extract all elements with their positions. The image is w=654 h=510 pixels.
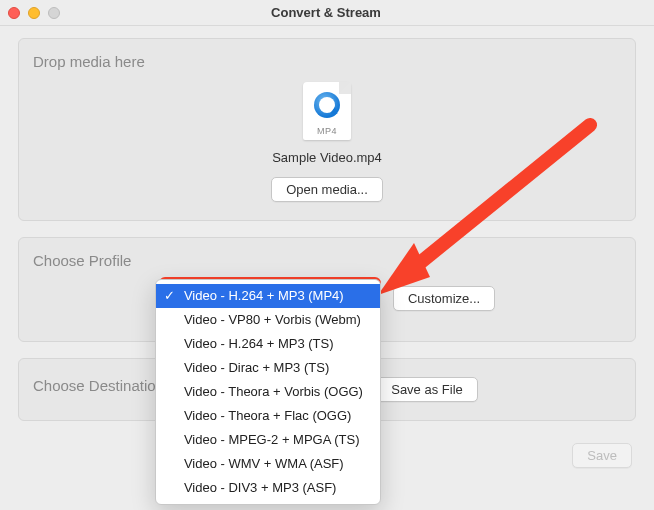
profile-option-label: Video - WMV + WMA (ASF)	[184, 456, 344, 471]
quicktime-icon	[314, 92, 340, 118]
profile-option-label: Video - H.264 + MP3 (TS)	[184, 336, 334, 351]
file-icon: MP4	[303, 82, 351, 140]
window-title: Convert & Stream	[6, 5, 646, 20]
choose-profile-panel: Choose Profile Video - H.264 + MP3 (MP4)…	[18, 237, 636, 342]
profile-option-label: Video - DIV3 + MP3 (ASF)	[184, 480, 337, 495]
profile-option-label: Video - MPEG-2 + MPGA (TS)	[184, 432, 360, 447]
profile-option[interactable]: Video - WMV + WMA (ASF)	[156, 452, 380, 476]
profile-option-label: Video - Theora + Vorbis (OGG)	[184, 384, 363, 399]
dropped-filename: Sample Video.mp4	[272, 150, 382, 165]
open-media-button[interactable]: Open media...	[271, 177, 383, 202]
profile-option[interactable]: Video - H.264 + MP3 (TS)	[156, 332, 380, 356]
profile-option[interactable]: Video - Theora + Vorbis (OGG)	[156, 380, 380, 404]
profile-option[interactable]: Video - VP80 + Vorbis (Webm)	[156, 308, 380, 332]
profile-option-label: Video - Theora + Flac (OGG)	[184, 408, 352, 423]
save-as-file-button[interactable]: Save as File	[376, 377, 478, 402]
drop-area[interactable]: MP4 Sample Video.mp4 Open media...	[33, 78, 621, 202]
profile-option[interactable]: ✓Video - H.264 + MP3 (MP4)	[156, 284, 380, 308]
drop-media-heading: Drop media here	[33, 53, 621, 70]
profile-option[interactable]: Video - DIV3 + MP3 (ASF)	[156, 476, 380, 500]
titlebar: Convert & Stream	[0, 0, 654, 26]
profile-option[interactable]: Video - MPEG-2 + MPGA (TS)	[156, 428, 380, 452]
check-icon: ✓	[164, 287, 175, 305]
save-button[interactable]: Save	[572, 443, 632, 468]
profile-option-label: Video - VP80 + Vorbis (Webm)	[184, 312, 361, 327]
profile-option[interactable]: Video - Theora + Flac (OGG)	[156, 404, 380, 428]
choose-profile-heading: Choose Profile	[33, 252, 621, 269]
customize-button[interactable]: Customize...	[393, 286, 495, 311]
file-ext-badge: MP4	[303, 126, 351, 136]
choose-destination-heading: Choose Destination	[33, 377, 164, 394]
profile-option-label: Video - Dirac + MP3 (TS)	[184, 360, 329, 375]
drop-media-panel: Drop media here MP4 Sample Video.mp4 Ope…	[18, 38, 636, 221]
profile-option-label: Video - H.264 + MP3 (MP4)	[184, 288, 344, 303]
profile-dropdown-list[interactable]: ✓Video - H.264 + MP3 (MP4)Video - VP80 +…	[155, 279, 381, 505]
profile-option[interactable]: Video - Dirac + MP3 (TS)	[156, 356, 380, 380]
